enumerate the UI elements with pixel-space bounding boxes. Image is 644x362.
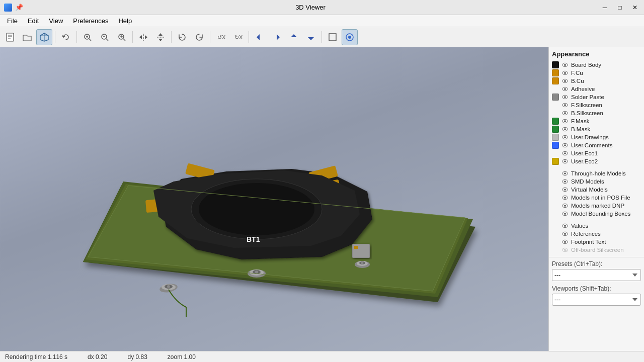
layer-row[interactable]: B.Mask — [552, 125, 641, 133]
layer-row[interactable]: References — [552, 230, 641, 238]
titlebar-controls: ─ □ ✕ — [598, 2, 644, 13]
layer-name-label: Adhesive — [571, 86, 641, 92]
svg-rect-0 — [7, 33, 14, 41]
visibility-toggle[interactable] — [561, 69, 569, 76]
visibility-toggle[interactable] — [561, 94, 569, 101]
layer-name-label: Off-board Silkscreen — [571, 247, 641, 253]
new-button[interactable] — [2, 29, 18, 45]
visibility-toggle[interactable] — [561, 77, 569, 84]
visibility-toggle[interactable] — [561, 118, 569, 125]
svg-point-67 — [564, 80, 566, 82]
layer-row[interactable]: Board Body — [552, 61, 641, 69]
visibility-toggle[interactable] — [561, 150, 569, 157]
layer-name-label: Solder Paste — [571, 94, 641, 100]
svg-marker-27 — [277, 34, 280, 40]
visibility-toggle[interactable] — [561, 170, 569, 177]
layer-row[interactable]: Values — [552, 222, 641, 230]
visibility-toggle[interactable] — [561, 158, 569, 165]
layer-row[interactable]: Off-board Silkscreen — [552, 246, 641, 254]
layer-row[interactable]: B.Silkscreen — [552, 109, 641, 117]
flip-y-button[interactable] — [152, 29, 169, 45]
layer-row[interactable]: User.Eco1 — [552, 149, 641, 157]
layer-color-swatch[interactable] — [552, 134, 559, 141]
visibility-toggle[interactable] — [561, 194, 569, 201]
viewports-label: Viewports (Shift+Tab): — [552, 285, 641, 292]
svg-marker-26 — [257, 34, 260, 40]
visibility-toggle[interactable] — [561, 126, 569, 133]
layer-name-label: SMD Models — [571, 178, 641, 185]
menu-file[interactable]: File — [2, 16, 23, 26]
visibility-toggle[interactable] — [561, 110, 569, 117]
layer-color-swatch[interactable] — [552, 126, 559, 133]
3d-view-button[interactable] — [36, 29, 52, 45]
menu-edit[interactable]: Edit — [23, 16, 44, 26]
visibility-toggle[interactable] — [561, 238, 569, 245]
view-box-button[interactable] — [325, 29, 341, 45]
visibility-toggle[interactable] — [561, 230, 569, 237]
viewports-select[interactable]: --- — [552, 294, 641, 306]
3d-viewport[interactable]: BT1 — [0, 47, 548, 351]
layer-row[interactable]: Through-hole Models — [552, 169, 641, 177]
nav-right-button[interactable] — [269, 29, 285, 45]
layer-row[interactable]: F.Cu — [552, 69, 641, 77]
rotate2-cw-button[interactable]: ↻X — [230, 29, 246, 45]
visibility-toggle[interactable] — [561, 222, 569, 229]
layer-row[interactable]: User.Comments — [552, 141, 641, 149]
layer-row[interactable]: Model Bounding Boxes — [552, 210, 641, 218]
layer-row[interactable]: Solder Paste — [552, 93, 641, 101]
nav-left-button[interactable] — [252, 29, 268, 45]
visibility-toggle[interactable] — [561, 85, 569, 93]
zoom-out-button[interactable] — [97, 29, 113, 45]
flip-x-button[interactable] — [135, 29, 151, 45]
zoom-fit-button[interactable] — [114, 29, 130, 45]
visibility-toggle[interactable] — [561, 210, 569, 217]
nav-up-button[interactable] — [286, 29, 302, 45]
menu-view[interactable]: View — [44, 16, 68, 26]
svg-point-99 — [564, 213, 566, 215]
layer-color-swatch[interactable] — [552, 94, 559, 101]
pin-icon[interactable]: 📌 — [15, 4, 23, 11]
rotate2-ccw-button[interactable]: ↺X — [213, 29, 229, 45]
layer-color-swatch[interactable] — [552, 61, 559, 68]
layer-color-swatch[interactable] — [552, 77, 559, 84]
layer-row[interactable]: Models marked DNP — [552, 202, 641, 210]
layer-row[interactable]: Footprint Text — [552, 238, 641, 246]
visibility-toggle[interactable] — [561, 102, 569, 109]
rotate-ccw-button[interactable] — [174, 29, 190, 45]
layer-color-swatch[interactable] — [552, 142, 559, 149]
layer-row[interactable]: F.Silkscreen — [552, 101, 641, 109]
layer-row[interactable]: User.Eco2 — [552, 157, 641, 165]
menu-preferences[interactable]: Preferences — [68, 16, 113, 26]
zoom-in-button[interactable] — [79, 29, 96, 45]
layer-color-swatch[interactable] — [552, 118, 559, 125]
visibility-toggle[interactable] — [561, 178, 569, 185]
layer-color-swatch[interactable] — [552, 69, 559, 76]
layer-name-label: User.Comments — [571, 142, 641, 148]
close-button[interactable]: ✕ — [628, 2, 642, 13]
layer-row[interactable]: SMD Models — [552, 177, 641, 186]
layer-row[interactable]: User.Drawings — [552, 133, 641, 141]
visibility-toggle[interactable] — [561, 186, 569, 193]
rotate-cw-button[interactable] — [191, 29, 207, 45]
layer-row[interactable]: F.Mask — [552, 117, 641, 125]
layer-row[interactable]: B.Cu — [552, 77, 641, 85]
presets-select[interactable]: --- — [552, 269, 641, 281]
undo-button[interactable] — [58, 29, 74, 45]
layer-row[interactable]: Models not in POS File — [552, 194, 641, 202]
restore-button[interactable]: □ — [613, 2, 627, 13]
visibility-toggle[interactable] — [561, 61, 569, 68]
layer-row[interactable]: Virtual Models — [552, 186, 641, 194]
view-top-button[interactable] — [342, 29, 358, 45]
minimize-button[interactable]: ─ — [598, 2, 612, 13]
layer-name-label: Board Body — [571, 62, 641, 68]
layer-row[interactable]: Adhesive — [552, 85, 641, 93]
nav-down-button[interactable] — [303, 29, 319, 45]
layer-color-swatch[interactable] — [552, 158, 559, 165]
visibility-toggle[interactable] — [561, 142, 569, 149]
visibility-toggle[interactable] — [561, 134, 569, 141]
menu-help[interactable]: Help — [113, 16, 137, 26]
visibility-toggle[interactable] — [561, 202, 569, 209]
visibility-toggle[interactable] — [561, 246, 569, 253]
open-button[interactable] — [19, 29, 35, 45]
layer-name-label: F.Silkscreen — [571, 102, 641, 108]
